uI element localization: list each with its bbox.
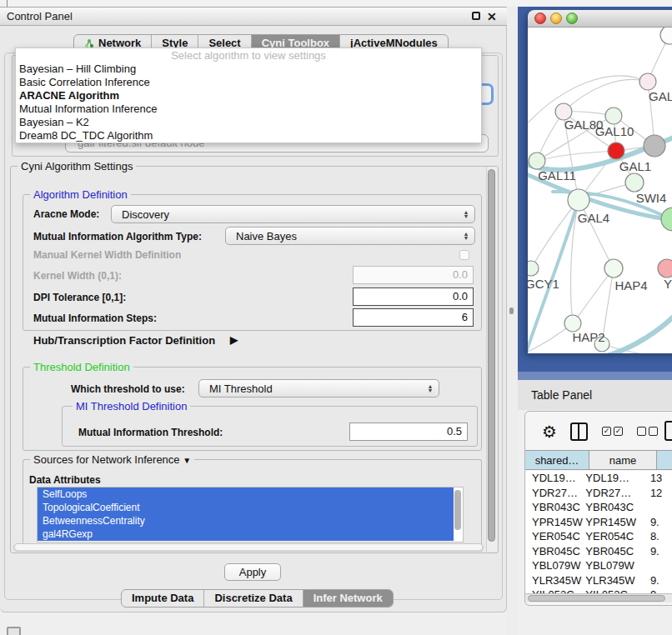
table-row[interactable]: YBL079WYBL079W bbox=[525, 558, 672, 573]
split-divider[interactable] bbox=[507, 7, 518, 635]
bottom-tab-infer-network[interactable]: Infer Network bbox=[303, 590, 393, 607]
columns-icon-divider bbox=[578, 424, 579, 439]
column-header[interactable]: shared… bbox=[525, 450, 589, 470]
network-node[interactable] bbox=[660, 28, 672, 44]
table-cell: YBL079W bbox=[585, 558, 649, 573]
collapsed-panel-icon[interactable] bbox=[7, 627, 21, 635]
table-hscrollbar-thumb[interactable] bbox=[528, 595, 665, 602]
which-threshold-combobox[interactable]: MI Threshold ▲▼ bbox=[198, 379, 439, 398]
table-cell: 13 bbox=[649, 471, 672, 486]
manual-kernel-checkbox[interactable] bbox=[459, 250, 469, 260]
algorithm-option[interactable]: Mutual Information Inference bbox=[16, 102, 481, 116]
unchecked-box-icon[interactable] bbox=[637, 427, 646, 436]
network-node[interactable] bbox=[604, 259, 623, 278]
desktop-lower-band bbox=[518, 372, 672, 380]
bottom-tab-discretize-data[interactable]: Discretize Data bbox=[204, 590, 303, 607]
table-cell: YDL19… bbox=[585, 471, 649, 486]
table-row[interactable]: YDL19…YDL19…13 bbox=[525, 471, 672, 486]
expand-right-icon: ▶ bbox=[230, 334, 238, 346]
table-panel-title: Table Panel bbox=[531, 380, 592, 410]
mi-steps-input[interactable]: 6 bbox=[353, 308, 474, 327]
checked-box-icon[interactable]: ✓ bbox=[602, 427, 611, 436]
sources-title[interactable]: Sources for Network Inference ▼ bbox=[30, 453, 194, 468]
network-node[interactable] bbox=[625, 173, 644, 192]
algorithm-option[interactable]: Dream8 DC_TDC Algorithm bbox=[16, 129, 481, 142]
mi-threshold-label: Mutual Information Threshold: bbox=[78, 427, 223, 438]
network-node[interactable] bbox=[661, 208, 672, 231]
algorithm-option[interactable]: ARACNE Algorithm bbox=[16, 89, 481, 102]
algorithm-dropdown-popup: Select algorithm to view settings Bayesi… bbox=[15, 48, 482, 143]
kernel-width-input[interactable]: 0.0 bbox=[353, 266, 474, 284]
network-node[interactable] bbox=[608, 142, 624, 159]
table-cell: YBR045C bbox=[585, 544, 649, 559]
combo-arrows-icon: ▲▼ bbox=[461, 210, 474, 218]
unchecked-box-icon[interactable] bbox=[649, 427, 658, 436]
network-edge[interactable] bbox=[573, 268, 614, 323]
data-attributes-list: SelfLoopsTopologicalCoefficientBetweenne… bbox=[37, 487, 464, 542]
hub-section-toggle[interactable]: Hub/Transcription Factor Definition ▶ bbox=[33, 334, 283, 348]
control-panel-titlebar bbox=[0, 8, 507, 26]
kernel-width-label: Kernel Width (0,1): bbox=[33, 270, 122, 282]
table-row[interactable]: YIL052CYIL052C9. bbox=[525, 588, 672, 593]
network-node[interactable] bbox=[529, 152, 545, 169]
attribute-item-selected[interactable]: SelfLoops bbox=[38, 488, 454, 501]
data-attributes-label: Data Attributes bbox=[29, 474, 101, 486]
mi-threshold-input[interactable]: 0.5 bbox=[349, 422, 468, 441]
cyni-settings-title: Cyni Algorithm Settings bbox=[18, 160, 136, 173]
network-edge[interactable] bbox=[564, 79, 648, 112]
zoom-traffic-light-icon[interactable] bbox=[566, 12, 578, 24]
close-traffic-light-icon[interactable] bbox=[534, 12, 546, 24]
close-icon[interactable]: ✕ bbox=[487, 8, 497, 26]
network-node[interactable] bbox=[658, 259, 672, 278]
network-canvas[interactable]: GALGAL80GAL10GAL1GAL11SWI4GAL4GCY1HAP4YH… bbox=[528, 28, 672, 353]
network-node[interactable] bbox=[639, 73, 656, 90]
algorithm-option[interactable]: Bayesian – Hill Climbing bbox=[16, 62, 481, 76]
table-cell: YIL052C bbox=[585, 588, 649, 593]
dpi-tolerance-input[interactable]: 0.0 bbox=[353, 288, 474, 306]
table-row[interactable]: YER054CYER054C8. bbox=[525, 529, 672, 544]
attributes-scrollbar-thumb[interactable] bbox=[454, 490, 461, 530]
mi-type-combobox[interactable]: Naive Bayes ▲▼ bbox=[225, 227, 475, 245]
gear-icon[interactable]: ⚙ bbox=[542, 421, 557, 442]
network-edge[interactable] bbox=[537, 151, 616, 161]
network-node[interactable] bbox=[605, 108, 622, 124]
tab-label: Discretize Data bbox=[214, 590, 292, 607]
network-node[interactable] bbox=[528, 261, 539, 276]
mi-threshold-title: MI Threshold Definition bbox=[73, 400, 190, 413]
network-node[interactable] bbox=[564, 315, 581, 332]
float-window-icon[interactable] bbox=[472, 12, 480, 20]
document-icon[interactable] bbox=[664, 421, 672, 441]
table-row[interactable]: YBR043CYBR043C bbox=[525, 500, 672, 515]
aracne-mode-combobox[interactable]: Discovery ▲▼ bbox=[111, 205, 475, 223]
network-window-titlebar[interactable] bbox=[528, 10, 672, 28]
network-node[interactable] bbox=[568, 189, 589, 211]
column-header[interactable] bbox=[657, 450, 672, 470]
attribute-item-selected[interactable]: BetweennessCentrality bbox=[38, 514, 454, 528]
checked-box-icon[interactable]: ✓ bbox=[614, 427, 623, 436]
combo-arrows-icon: ▲▼ bbox=[461, 232, 474, 240]
table-row[interactable]: YDR27…YDR27…12 bbox=[525, 486, 672, 501]
table-cell: YPR145W bbox=[585, 515, 649, 530]
table-cell: 9. bbox=[649, 573, 672, 588]
column-header[interactable]: name bbox=[589, 450, 657, 470]
attribute-item-selected[interactable]: gal4RGexp bbox=[38, 528, 454, 541]
algorithm-option[interactable]: Bayesian – K2 bbox=[16, 116, 481, 129]
table-cell: YIL052C bbox=[525, 588, 585, 593]
table-row[interactable]: YBR045CYBR045C9. bbox=[525, 544, 672, 559]
apply-button[interactable]: Apply bbox=[224, 563, 281, 581]
divider-handle-icon[interactable] bbox=[509, 308, 514, 314]
node-label: GAL10 bbox=[595, 124, 634, 138]
table-row[interactable]: YPR145WYPR145W9. bbox=[525, 515, 672, 530]
table-cell: YER054C bbox=[525, 529, 585, 544]
network-node[interactable] bbox=[644, 135, 665, 157]
network-graph: GALGAL80GAL10GAL1GAL11SWI4GAL4GCY1HAP4YH… bbox=[528, 28, 672, 353]
table-row[interactable]: YLR345WYLR345W9. bbox=[525, 573, 672, 588]
settings-scrollbar-thumb[interactable] bbox=[488, 169, 495, 542]
table-cell: YBR045C bbox=[525, 544, 585, 559]
node-label: HAP4 bbox=[614, 278, 647, 292]
algorithm-option[interactable]: Basic Correlation Inference bbox=[16, 76, 481, 89]
attribute-item-selected[interactable]: TopologicalCoefficient bbox=[38, 501, 454, 514]
minimize-traffic-light-icon[interactable] bbox=[550, 12, 562, 24]
horizontal-scrollbar-thumb[interactable] bbox=[15, 544, 482, 550]
bottom-tab-impute-data[interactable]: Impute Data bbox=[122, 590, 204, 607]
